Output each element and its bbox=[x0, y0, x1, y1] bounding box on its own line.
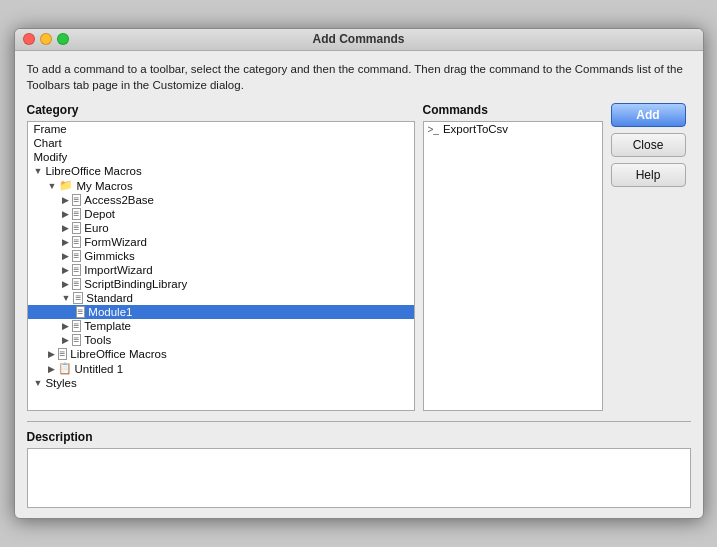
maximize-button-icon[interactable] bbox=[57, 33, 69, 45]
untitled1-label: Untitled 1 bbox=[75, 363, 124, 375]
untitled1-folder-icon: 📋 bbox=[58, 362, 72, 375]
gimmicks-module-icon: ≡ bbox=[72, 250, 82, 262]
exporttocsv-cmd-icon: >_ bbox=[428, 124, 439, 135]
euro-label: Euro bbox=[84, 222, 108, 234]
close-button[interactable]: Close bbox=[611, 133, 686, 157]
depot-label: Depot bbox=[84, 208, 115, 220]
exporttocsv-label: ExportToCsv bbox=[443, 123, 508, 135]
category-item-template[interactable]: ≡ Template bbox=[28, 319, 414, 333]
titlebar: Add Commands bbox=[15, 29, 703, 51]
category-list[interactable]: Frame Chart Modify LibreOffice Macros bbox=[27, 121, 415, 411]
depot-triangle bbox=[62, 209, 69, 219]
dialog-content: To add a command to a toolbar, select th… bbox=[15, 51, 703, 518]
styles-triangle bbox=[34, 378, 43, 388]
standard-triangle bbox=[62, 293, 71, 303]
tools-label: Tools bbox=[84, 334, 111, 346]
libreoffice-macros-label: LibreOffice Macros bbox=[45, 165, 141, 177]
commands-section: Commands >_ ExportToCsv bbox=[423, 103, 603, 411]
frame-label: Frame bbox=[34, 123, 67, 135]
tools-module-icon: ≡ bbox=[72, 334, 82, 346]
category-item-depot[interactable]: ≡ Depot bbox=[28, 207, 414, 221]
template-triangle bbox=[62, 321, 69, 331]
close-button-icon[interactable] bbox=[23, 33, 35, 45]
formwizard-triangle bbox=[62, 237, 69, 247]
module1-icon: ≡ bbox=[76, 306, 86, 318]
standard-module-icon: ≡ bbox=[73, 292, 83, 304]
main-area: Category Frame Chart Modify bbox=[27, 103, 691, 411]
category-item-formwizard[interactable]: ≡ FormWizard bbox=[28, 235, 414, 249]
category-item-importwizard[interactable]: ≡ ImportWizard bbox=[28, 263, 414, 277]
access2base-module-icon: ≡ bbox=[72, 194, 82, 206]
help-button[interactable]: Help bbox=[611, 163, 686, 187]
commands-list[interactable]: >_ ExportToCsv bbox=[423, 121, 603, 411]
importwizard-module-icon: ≡ bbox=[72, 264, 82, 276]
category-item-gimmicks[interactable]: ≡ Gimmicks bbox=[28, 249, 414, 263]
importwizard-label: ImportWizard bbox=[84, 264, 152, 276]
description-section: Description bbox=[27, 421, 691, 508]
untitled1-triangle bbox=[48, 364, 55, 374]
category-item-libreoffice-macros2[interactable]: ≡ LibreOffice Macros bbox=[28, 347, 414, 361]
template-label: Template bbox=[84, 320, 131, 332]
add-commands-dialog: Add Commands To add a command to a toolb… bbox=[14, 28, 704, 519]
category-section: Category Frame Chart Modify bbox=[27, 103, 415, 411]
category-item-modify[interactable]: Modify bbox=[28, 150, 414, 164]
styles-label: Styles bbox=[45, 377, 76, 389]
libreoffice-macros2-triangle bbox=[48, 349, 55, 359]
category-item-standard[interactable]: ≡ Standard bbox=[28, 291, 414, 305]
category-header: Category bbox=[27, 103, 415, 117]
category-item-styles[interactable]: Styles bbox=[28, 376, 414, 390]
description-label: Description bbox=[27, 430, 691, 444]
access2base-label: Access2Base bbox=[84, 194, 154, 206]
window-title: Add Commands bbox=[312, 32, 404, 46]
titlebar-buttons bbox=[23, 33, 69, 45]
category-item-chart[interactable]: Chart bbox=[28, 136, 414, 150]
access2base-triangle bbox=[62, 195, 69, 205]
scriptbinding-triangle bbox=[62, 279, 69, 289]
description-box bbox=[27, 448, 691, 508]
category-item-my-macros[interactable]: 📁 My Macros bbox=[28, 178, 414, 193]
module1-label: Module1 bbox=[88, 306, 132, 318]
left-panel: Category Frame Chart Modify bbox=[27, 103, 603, 411]
add-button[interactable]: Add bbox=[611, 103, 686, 127]
euro-triangle bbox=[62, 223, 69, 233]
category-item-frame[interactable]: Frame bbox=[28, 122, 414, 136]
category-item-access2base[interactable]: ≡ Access2Base bbox=[28, 193, 414, 207]
category-item-euro[interactable]: ≡ Euro bbox=[28, 221, 414, 235]
euro-module-icon: ≡ bbox=[72, 222, 82, 234]
instruction-text: To add a command to a toolbar, select th… bbox=[27, 61, 691, 93]
category-item-scriptbinding[interactable]: ≡ ScriptBindingLibrary bbox=[28, 277, 414, 291]
gimmicks-triangle bbox=[62, 251, 69, 261]
libreoffice-macros2-label: LibreOffice Macros bbox=[70, 348, 166, 360]
template-module-icon: ≡ bbox=[72, 320, 82, 332]
my-macros-folder-icon: 📁 bbox=[59, 179, 73, 192]
chart-label: Chart bbox=[34, 137, 62, 149]
standard-label: Standard bbox=[86, 292, 133, 304]
category-item-libreoffice-macros[interactable]: LibreOffice Macros bbox=[28, 164, 414, 178]
formwizard-label: FormWizard bbox=[84, 236, 147, 248]
category-item-module1[interactable]: ≡ Module1 bbox=[28, 305, 414, 319]
libreoffice-macros2-icon: ≡ bbox=[58, 348, 68, 360]
importwizard-triangle bbox=[62, 265, 69, 275]
gimmicks-label: Gimmicks bbox=[84, 250, 134, 262]
libreoffice-macros-triangle bbox=[34, 166, 43, 176]
command-item-exporttocsv[interactable]: >_ ExportToCsv bbox=[424, 122, 602, 136]
formwizard-module-icon: ≡ bbox=[72, 236, 82, 248]
my-macros-label: My Macros bbox=[76, 180, 132, 192]
depot-module-icon: ≡ bbox=[72, 208, 82, 220]
commands-header: Commands bbox=[423, 103, 603, 117]
modify-label: Modify bbox=[34, 151, 68, 163]
tools-triangle bbox=[62, 335, 69, 345]
minimize-button-icon[interactable] bbox=[40, 33, 52, 45]
buttons-panel: Add Close Help bbox=[611, 103, 691, 411]
scriptbinding-module-icon: ≡ bbox=[72, 278, 82, 290]
category-item-untitled1[interactable]: 📋 Untitled 1 bbox=[28, 361, 414, 376]
category-item-tools[interactable]: ≡ Tools bbox=[28, 333, 414, 347]
scriptbinding-label: ScriptBindingLibrary bbox=[84, 278, 187, 290]
my-macros-triangle bbox=[48, 181, 57, 191]
